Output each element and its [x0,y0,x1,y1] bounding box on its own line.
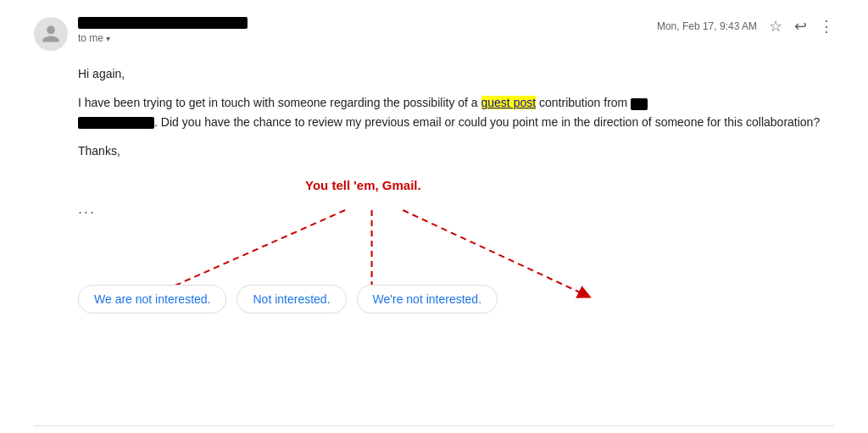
sender-name-redacted [78,17,248,29]
annotation-label: You tell 'em, Gmail. [305,178,421,192]
para1-before: I have been trying to get in touch with … [78,96,481,109]
suggestion-buttons: We are not interested. Not interested. W… [78,285,800,314]
email-body: Hi again, I have been trying to get in t… [34,64,834,161]
annotation-area: ··· You tell 'em, Gmail. We are not inte… [34,178,834,314]
redacted-domain [78,117,154,129]
svg-line-2 [403,210,585,295]
timestamp: Mon, Feb 17, 9:43 AM [657,20,757,32]
header-actions: Mon, Feb 17, 9:43 AM ☆ ↩ ⋮ [657,17,834,36]
to-me-row: to me ▾ [78,32,657,44]
redacted-name-small [631,98,648,110]
email-container: to me ▾ Mon, Feb 17, 9:43 AM ☆ ↩ ⋮ Hi ag… [0,0,868,433]
suggestion-btn-3[interactable]: We're not interested. [357,285,498,314]
para1-after: contribution from [536,96,627,109]
body-paragraph: I have been trying to get in touch with … [78,93,834,131]
reply-icon[interactable]: ↩ [794,17,807,36]
para2-text: . Did you have the chance to review my p… [154,115,820,129]
person-icon [41,24,61,44]
to-me-text: to me [78,32,103,44]
ellipsis-icon[interactable]: ··· [78,203,96,221]
sender-info: to me ▾ [78,17,657,44]
avatar [34,17,68,51]
svg-line-0 [154,210,346,295]
star-icon[interactable]: ☆ [769,17,782,36]
greeting: Hi again, [78,64,834,83]
suggestion-btn-1[interactable]: We are not interested. [78,285,226,314]
more-options-icon[interactable]: ⋮ [819,17,834,36]
guest-post-highlight: guest post [481,96,537,109]
bottom-divider [34,425,834,426]
email-header: to me ▾ Mon, Feb 17, 9:43 AM ☆ ↩ ⋮ [34,17,834,51]
sign-off: Thanks, [78,142,834,160]
chevron-down-icon[interactable]: ▾ [106,34,110,43]
suggestion-btn-2[interactable]: Not interested. [236,285,346,314]
